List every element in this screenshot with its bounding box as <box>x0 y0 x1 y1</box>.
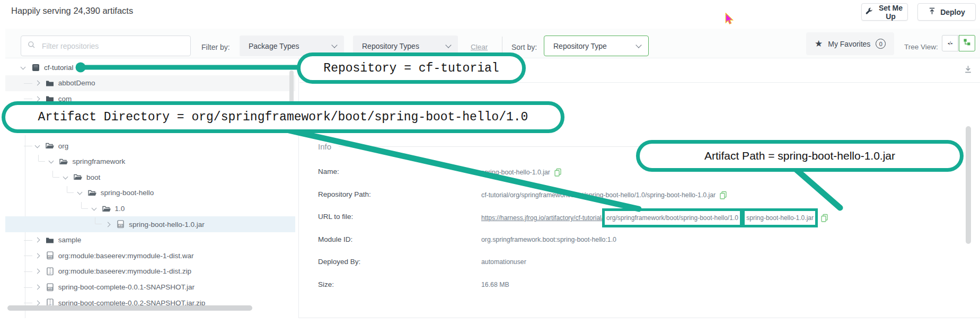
tree-horizontal-scrollbar[interactable] <box>7 305 252 311</box>
chevron-down-icon[interactable] <box>49 159 54 164</box>
chevron-down-icon[interactable] <box>77 190 82 195</box>
search-icon <box>28 41 36 51</box>
star-icon: ★ <box>815 39 823 48</box>
tree-item[interactable]: ZIPorg:module:baseerev:mymodule-1-dist.z… <box>5 263 295 279</box>
tree-item-label: springframework <box>72 157 125 165</box>
field-label: Size: <box>318 280 334 288</box>
tree-item[interactable]: JARorg:module:baseerev:mymodule-1-dist.w… <box>5 248 295 264</box>
upload-icon <box>928 7 936 17</box>
artifact-path-callout: Artifact Path = spring-boot-hello-1.0.ja… <box>636 140 964 172</box>
deploy-button[interactable]: Deploy <box>917 3 976 21</box>
folder-open-icon <box>59 157 68 166</box>
set-me-up-button[interactable]: Set Me Up <box>861 3 908 21</box>
tree-item[interactable]: spring-boot-hello <box>5 185 295 201</box>
tree-item-label: 1.0 <box>115 205 125 213</box>
set-me-up-label: Set Me Up <box>877 4 904 21</box>
tree-item[interactable]: JARspring-boot-hello-1.0.jar <box>5 216 295 232</box>
field-value: automationuser <box>481 258 526 266</box>
tree-connector <box>52 171 59 178</box>
tree-connector <box>24 271 32 272</box>
tree-item[interactable]: 1.0 <box>5 201 295 217</box>
folder-open-icon <box>74 173 83 182</box>
field-value-text: automationuser <box>481 258 526 266</box>
filter-by-label: Filter by: <box>201 43 230 51</box>
tree-connector <box>24 99 32 99</box>
tree-item-label: org <box>58 142 69 150</box>
svg-text:ZIP: ZIP <box>49 273 52 275</box>
tree-connector <box>24 287 32 288</box>
tree-connector <box>67 186 74 193</box>
info-section-title: Info <box>318 142 331 151</box>
download-icon[interactable] <box>964 65 973 76</box>
tree-item-label: abbotDemo <box>58 79 95 87</box>
file-url-link[interactable]: https://harness.jfrog.io/artifactory/cf-… <box>481 213 817 223</box>
sort-by-dropdown[interactable]: Repository Type <box>544 36 649 56</box>
serving-artifacts-text: Happily serving 24,390 artifacts <box>11 6 133 16</box>
chevron-right-icon[interactable] <box>34 300 40 305</box>
tree-connector <box>38 155 45 162</box>
tree-item[interactable]: JARspring-boot-complete-0.0.1-SNAPSHOT.j… <box>5 279 295 295</box>
field-value: 16.68 MB <box>481 281 509 288</box>
chevron-down-icon <box>331 42 337 48</box>
copy-icon[interactable] <box>820 214 828 222</box>
artifact-directory-callout: Artifact Directory = org/springframework… <box>2 101 564 133</box>
tree-item[interactable]: abbotDemo <box>5 75 295 91</box>
tree-item-label: cf-tutorial <box>44 64 74 72</box>
copy-icon[interactable] <box>554 168 562 177</box>
info-field-row: URL to file:https://harness.jfrog.io/art… <box>318 213 970 223</box>
info-field-row: Repository Path:cf-tutorial/org/springfr… <box>318 190 970 201</box>
tree-connector <box>24 303 32 303</box>
tree-item-label: sample <box>58 236 82 244</box>
repository-search[interactable] <box>21 36 191 56</box>
field-value: spring-boot-hello-1.0.jar <box>481 168 562 177</box>
jar-file-icon: JAR <box>116 220 125 229</box>
field-value-text: 16.68 MB <box>481 281 509 288</box>
tree-item[interactable]: org <box>5 138 295 154</box>
folder-open-icon <box>102 204 111 213</box>
tree-item[interactable]: cf-tutorial <box>5 59 295 75</box>
field-value: org.springframework.boot:spring-boot-hel… <box>481 236 616 243</box>
chevron-down-icon[interactable] <box>21 64 26 69</box>
chevron-right-icon[interactable] <box>34 238 40 243</box>
chevron-right-icon[interactable] <box>34 269 40 274</box>
chevron-down-icon[interactable] <box>34 143 40 148</box>
svg-text:JAR: JAR <box>119 225 122 227</box>
field-label: Deployed By: <box>318 258 360 266</box>
chevron-right-icon[interactable] <box>34 81 40 86</box>
deploy-label: Deploy <box>940 8 965 16</box>
field-value-text: org.springframework.boot:spring-boot-hel… <box>481 236 616 243</box>
chevron-down-icon[interactable] <box>91 206 96 211</box>
tree-connector <box>95 217 102 224</box>
tree-connector <box>24 240 32 241</box>
chevron-right-icon[interactable] <box>34 96 40 101</box>
url-prefix: https://harness.jfrog.io/artifactory/cf-… <box>481 214 603 222</box>
chevron-right-icon[interactable] <box>34 253 40 258</box>
tree-view-toggle[interactable] <box>959 35 975 51</box>
copy-icon[interactable] <box>719 191 727 199</box>
tree-view-icon <box>963 38 971 48</box>
info-field-row: Deployed By:automationuser <box>318 258 970 268</box>
clear-filters-link[interactable]: Clear <box>471 43 488 51</box>
repository-callout: Repository = cf-tutorial <box>297 52 526 84</box>
folder-icon <box>46 235 55 244</box>
tree-connector <box>24 83 32 84</box>
tree-item-label: org:module:baseerev:mymodule-1-dist.zip <box>58 267 191 275</box>
flat-view-toggle[interactable]: ▪/▪ <box>942 35 958 51</box>
chevron-right-icon[interactable] <box>105 222 111 227</box>
detail-vertical-scrollbar[interactable] <box>966 126 971 244</box>
tree-item-label: spring-boot-hello-1.0.jar <box>129 221 205 229</box>
mouse-pointer-icon <box>723 13 735 28</box>
folder-open-icon <box>88 188 97 197</box>
favorites-count-badge: 0 <box>876 39 886 49</box>
info-field-row: Module ID:org.springframework.boot:sprin… <box>318 235 970 246</box>
field-label: Name: <box>318 168 339 175</box>
tree-item-label: spring-boot-hello <box>101 189 154 197</box>
chevron-down-icon[interactable] <box>63 174 68 179</box>
tree-item[interactable]: springframework <box>5 154 295 170</box>
tree-item[interactable]: boot <box>5 170 295 186</box>
my-favorites-button[interactable]: ★ My Favorites 0 <box>806 32 894 55</box>
tree-item[interactable]: sample <box>5 232 295 248</box>
chevron-right-icon[interactable] <box>34 285 40 290</box>
svg-text:JAR: JAR <box>48 287 52 289</box>
search-input[interactable] <box>41 41 184 51</box>
